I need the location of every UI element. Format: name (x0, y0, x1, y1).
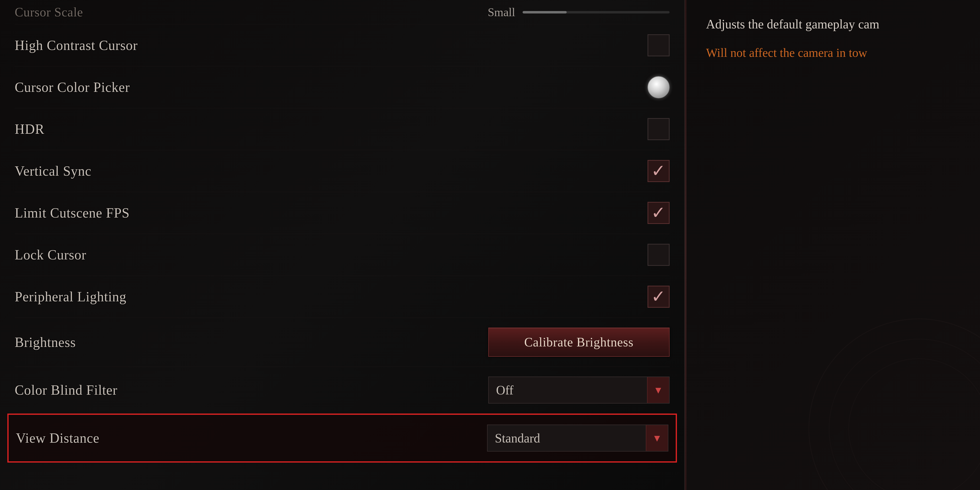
lock-cursor-checkbox[interactable] (648, 244, 670, 266)
color-blind-filter-dropdown[interactable]: Off ▼ (488, 377, 670, 404)
limit-cutscene-fps-row: Limit Cutscene FPS ✓ (15, 192, 670, 234)
color-blind-filter-control: Off ▼ (488, 377, 670, 404)
limit-cutscene-fps-checkmark: ✓ (651, 204, 666, 221)
view-distance-label: View Distance (16, 430, 99, 446)
high-contrast-cursor-control (648, 34, 670, 56)
cursor-color-picker-control (648, 76, 670, 98)
peripheral-lighting-checkmark: ✓ (651, 288, 666, 305)
limit-cutscene-fps-label: Limit Cutscene FPS (15, 205, 130, 221)
view-distance-row: View Distance Standard ▼ (7, 414, 677, 463)
cursor-scale-track[interactable] (523, 11, 670, 13)
view-distance-value: Standard (488, 431, 646, 445)
cursor-scale-fill (523, 11, 567, 13)
hdr-checkbox[interactable] (648, 118, 670, 140)
peripheral-lighting-row: Peripheral Lighting ✓ (15, 276, 670, 318)
peripheral-lighting-checkbox[interactable]: ✓ (648, 286, 670, 308)
view-distance-dropdown[interactable]: Standard ▼ (487, 425, 668, 452)
peripheral-lighting-label: Peripheral Lighting (15, 289, 126, 304)
limit-cutscene-fps-control: ✓ (648, 202, 670, 224)
vertical-sync-row: Vertical Sync ✓ (15, 150, 670, 192)
hdr-label: HDR (15, 121, 45, 137)
high-contrast-cursor-row: High Contrast Cursor (15, 24, 670, 67)
peripheral-lighting-control: ✓ (648, 286, 670, 308)
view-distance-control: Standard ▼ (487, 425, 668, 452)
view-distance-arrow: ▼ (646, 425, 668, 451)
calibrate-brightness-button[interactable]: Calibrate Brightness (488, 328, 670, 357)
cursor-scale-slider-container: Small (488, 5, 670, 19)
hdr-control (648, 118, 670, 140)
brightness-label: Brightness (15, 334, 76, 350)
cursor-scale-control: Small (488, 5, 670, 19)
cursor-color-picker-row: Cursor Color Picker (15, 67, 670, 108)
lock-cursor-control (648, 244, 670, 266)
cursor-color-circle[interactable] (648, 76, 670, 98)
cursor-scale-label: Cursor Scale (15, 5, 83, 19)
vertical-sync-checkbox[interactable]: ✓ (648, 160, 670, 182)
cursor-scale-row: Cursor Scale Small (15, 0, 670, 24)
brightness-row: Brightness Calibrate Brightness (15, 318, 670, 367)
info-warning: Will not affect the camera in tow (706, 44, 960, 62)
limit-cutscene-fps-checkbox[interactable]: ✓ (648, 202, 670, 224)
hdr-row: HDR (15, 108, 670, 150)
high-contrast-cursor-checkbox[interactable] (648, 34, 670, 56)
lock-cursor-label: Lock Cursor (15, 247, 86, 262)
brightness-control: Calibrate Brightness (488, 328, 670, 357)
cursor-scale-value: Small (488, 5, 515, 19)
info-panel: Adjusts the default gameplay cam Will no… (686, 0, 980, 490)
vertical-sync-control: ✓ (648, 160, 670, 182)
vertical-sync-label: Vertical Sync (15, 163, 91, 179)
vertical-sync-checkmark: ✓ (651, 162, 666, 180)
color-blind-filter-value: Off (489, 383, 647, 398)
high-contrast-cursor-label: High Contrast Cursor (15, 38, 138, 53)
info-description: Adjusts the default gameplay cam (706, 15, 960, 34)
decorative-circle (808, 318, 980, 490)
color-blind-filter-row: Color Blind Filter Off ▼ (15, 367, 670, 414)
color-blind-filter-label: Color Blind Filter (15, 382, 117, 398)
color-blind-filter-arrow: ▼ (647, 377, 669, 403)
cursor-color-picker-label: Cursor Color Picker (15, 80, 130, 95)
settings-panel: Cursor Scale Small High Contrast Cursor … (0, 0, 685, 490)
lock-cursor-row: Lock Cursor (15, 234, 670, 276)
